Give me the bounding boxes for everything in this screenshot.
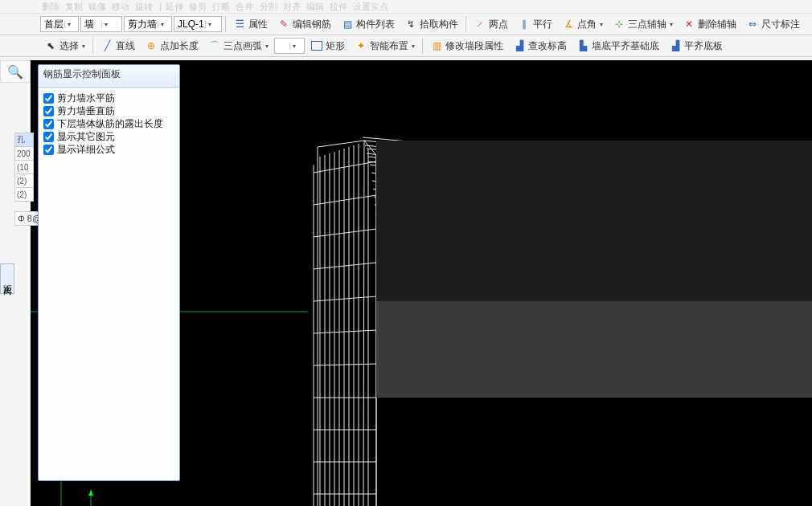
grid-cell[interactable]: 200 xyxy=(15,147,34,161)
toolbar-disabled: 删除 复制 镜像 移动 旋转 | 延伸 修剪 打断 合并 分割 对齐 编辑 拉伸… xyxy=(0,0,812,14)
panel-title: 钢筋显示控制面板 xyxy=(39,65,179,88)
checkbox[interactable] xyxy=(43,93,54,104)
btn-point-length[interactable]: ⊕点加长度 xyxy=(141,38,203,55)
app-root: { "row0":{"items":["删除","复制","镜像","移动","… xyxy=(0,0,812,506)
checkbox-item[interactable]: 剪力墙水平筋 xyxy=(43,92,174,104)
btn-select[interactable]: ⬉选择▾ xyxy=(40,38,89,55)
grid-cell[interactable]: (2) xyxy=(15,188,34,202)
btn-arc[interactable]: ⌒三点画弧▾ xyxy=(204,38,273,55)
checkbox[interactable] xyxy=(43,106,54,116)
grid-cell[interactable]: 孔 xyxy=(15,133,34,147)
svg-line-22 xyxy=(314,330,376,333)
btn-modify-segment[interactable]: ▥修改墙段属性 xyxy=(426,38,507,55)
grid-cell[interactable]: (2) xyxy=(15,174,34,188)
svg-marker-3 xyxy=(88,490,93,496)
search-icon[interactable]: 🔍 xyxy=(0,60,31,83)
btn-rect[interactable]: 矩形 xyxy=(306,38,349,55)
btn-parallel[interactable]: ∥平行 xyxy=(514,16,556,33)
svg-line-20 xyxy=(314,263,376,269)
combo-instance[interactable]: JLQ-1▾ xyxy=(174,16,222,32)
checkbox[interactable] xyxy=(43,145,54,155)
toolbar-draw: ⬉选择▾ ╱直线 ⊕点加长度 ⌒三点画弧▾ ▾ 矩形 ✦智能布置▾ ▥修改墙段属… xyxy=(0,35,812,57)
grid-cell[interactable]: (10 xyxy=(15,161,34,174)
btn-edit-rebar[interactable]: ✎编辑钢筋 xyxy=(273,16,335,33)
svg-line-17 xyxy=(314,161,376,173)
rebar-display-panel: 钢筋显示控制面板 剪力墙水平筋 剪力墙垂直筋 下层墙体纵筋的露出长度 显示其它图… xyxy=(38,64,180,481)
btn-wall-base[interactable]: ▙墙底平齐基础底 xyxy=(572,38,663,55)
btn-point-angle[interactable]: ∡点角▾ xyxy=(558,16,607,33)
btn-check-elev[interactable]: ▟查改标高 xyxy=(509,38,571,55)
checkbox-item[interactable]: 显示其它图元 xyxy=(43,130,174,143)
combo-tool-extra[interactable]: ▾ xyxy=(274,38,305,54)
btn-properties[interactable]: ☰属性 xyxy=(229,16,272,33)
checkbox[interactable] xyxy=(43,132,54,142)
combo-floor[interactable]: 首层▾ xyxy=(40,16,79,32)
side-tab-distance[interactable]: 距离 xyxy=(0,263,14,294)
btn-dimension[interactable]: ⇔尺寸标注 xyxy=(742,16,804,33)
btn-flat-base[interactable]: ▟平齐底板 xyxy=(665,38,727,55)
checkbox-item[interactable]: 下层墙体纵筋的露出长度 xyxy=(43,117,174,130)
svg-line-5 xyxy=(363,141,364,506)
svg-line-21 xyxy=(314,296,376,301)
sidebar-mini-grid: 孔 200 (10 (2) (2) xyxy=(14,133,34,202)
svg-line-19 xyxy=(314,229,376,237)
combo-category[interactable]: 墙▾ xyxy=(80,16,122,32)
checkbox-item[interactable]: 剪力墙垂直筋 xyxy=(43,104,174,117)
btn-two-point[interactable]: ⟋两点 xyxy=(470,16,512,33)
checkbox-item[interactable]: 显示详细公式 xyxy=(43,143,174,156)
svg-line-18 xyxy=(314,195,376,205)
svg-rect-46 xyxy=(376,301,812,398)
svg-rect-47 xyxy=(376,141,812,301)
combo-type[interactable]: 剪力墙▾ xyxy=(124,16,172,32)
btn-line[interactable]: ╱直线 xyxy=(96,38,139,55)
btn-component-list[interactable]: ▤构件列表 xyxy=(337,16,399,33)
btn-smart-layout[interactable]: ✦智能布置▾ xyxy=(351,38,419,55)
btn-three-point-axis[interactable]: ⊹三点辅轴▾ xyxy=(609,16,677,33)
btn-delete-axis[interactable]: ✕删除辅轴 xyxy=(679,16,740,33)
checkbox[interactable] xyxy=(43,119,54,129)
btn-pick-component[interactable]: ↯拾取构件 xyxy=(400,16,462,33)
toolbar-context: 首层▾ 墙▾ 剪力墙▾ JLQ-1▾ ☰属性 ✎编辑钢筋 ▤构件列表 ↯拾取构件… xyxy=(0,14,812,35)
svg-line-23 xyxy=(314,364,376,365)
